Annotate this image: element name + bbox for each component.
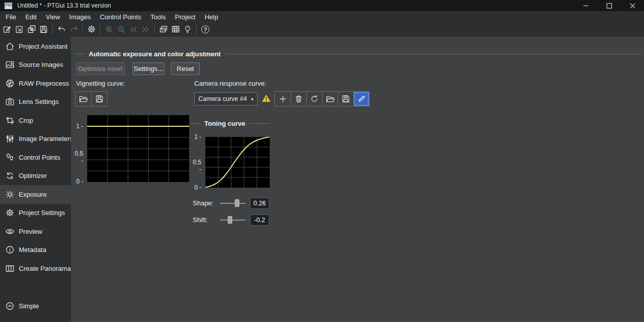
close-button[interactable]: [621, 0, 644, 11]
save-vignetting-curve-icon[interactable]: [91, 92, 107, 106]
apply-template-icon[interactable]: [25, 23, 38, 35]
open-vignetting-curve-icon[interactable]: [76, 92, 91, 106]
toolbar-separator: [82, 25, 83, 34]
undo-icon[interactable]: [55, 23, 67, 35]
sidebar-item-crop[interactable]: Crop: [0, 111, 71, 130]
aperture-icon: [4, 79, 16, 88]
menu-bar: File Edit View Images Control Points Too…: [0, 11, 644, 22]
sidebar-item-lens-settings[interactable]: Lens Settings: [0, 93, 71, 112]
sidebar-item-source-images[interactable]: Source Images: [0, 56, 71, 75]
sidebar-item-create-panorama[interactable]: Create Panorama: [0, 259, 71, 278]
warning-icon: [262, 94, 271, 104]
menu-tools[interactable]: Tools: [146, 12, 170, 22]
shift-value-input[interactable]: [250, 214, 269, 226]
section-title: Automatic exposure and color adjustment: [89, 50, 221, 58]
sidebar-item-exposure[interactable]: Exposure: [0, 185, 71, 204]
info-icon: [4, 245, 16, 255]
camera-curve-dropdown-value: Camera curve #4: [198, 95, 251, 102]
add-curve-icon[interactable]: [275, 92, 291, 106]
title-bar: Untitled * - PTGui 13.3 trial version: [0, 0, 644, 11]
menu-control-points[interactable]: Control Points: [95, 12, 146, 22]
minimize-button[interactable]: [574, 0, 597, 11]
toolbar-separator: [154, 25, 155, 34]
sidebar-item-raw-preprocess[interactable]: RAW Preprocess: [0, 74, 71, 93]
section-header-auto-exposure: Automatic exposure and color adjustment: [76, 50, 642, 58]
toning-curve-chart: [205, 137, 270, 188]
shift-slider-handle[interactable]: [228, 216, 232, 224]
sidebar-item-control-points[interactable]: Control Points: [0, 148, 71, 167]
menu-help[interactable]: Help: [200, 12, 223, 22]
settings-gear-icon[interactable]: [85, 23, 97, 35]
reset-curve-icon[interactable]: [306, 92, 322, 106]
shape-label: Shape:: [193, 199, 213, 207]
vignetting-ytick-0: 0: [72, 178, 83, 185]
shape-slider-track[interactable]: [220, 203, 245, 204]
zoom-out-icon: [115, 23, 127, 35]
shape-slider-handle[interactable]: [235, 199, 239, 207]
vignetting-button-group: [75, 91, 108, 106]
vignetting-ytick-05: 0.5: [72, 150, 83, 164]
sidebar-item-image-parameters[interactable]: Image Parameters: [0, 130, 71, 149]
open-project-icon[interactable]: [13, 23, 25, 35]
vignetting-curve-chart: [87, 115, 189, 182]
maximize-button[interactable]: [597, 0, 621, 11]
image-icon: [4, 60, 16, 69]
menu-edit[interactable]: Edit: [21, 12, 41, 22]
next-image-icon: [139, 23, 152, 35]
toning-ytick-05: 0.5: [190, 159, 201, 173]
shift-slider-track[interactable]: [220, 220, 245, 221]
settings-button[interactable]: Settings...: [132, 62, 164, 75]
sidebar-item-simple[interactable]: Simple: [0, 297, 71, 315]
show-lighting-icon[interactable]: [182, 23, 194, 35]
save-project-icon[interactable]: [38, 23, 50, 35]
toolbar-separator: [100, 25, 100, 34]
panorama-icon: [4, 264, 16, 273]
sun-icon: [4, 190, 16, 199]
map-pins-icon: [4, 153, 16, 162]
question-mark-glyph: ?: [201, 25, 209, 33]
toning-curve-title: Toning curve: [204, 120, 245, 127]
window-title: Untitled * - PTGui 13.3 trial version: [17, 2, 111, 9]
panorama-editor-icon[interactable]: [157, 23, 169, 35]
optimize-now-button: Optimize now!: [76, 62, 125, 75]
gear-icon: [4, 208, 16, 218]
menu-view[interactable]: View: [41, 12, 64, 22]
crop-icon: [4, 116, 16, 125]
open-curve-icon[interactable]: [322, 92, 338, 106]
help-icon[interactable]: ?: [199, 23, 211, 35]
sidebar: Project Assistant Source Images RAW Prep…: [0, 37, 71, 322]
shape-slider[interactable]: [220, 199, 245, 207]
sidebar-item-project-assistant[interactable]: Project Assistant: [0, 37, 71, 56]
detail-viewer-icon[interactable]: [169, 23, 182, 35]
new-project-icon[interactable]: [1, 23, 13, 35]
sidebar-item-metadata[interactable]: Metadata: [0, 241, 71, 260]
zoom-in-icon: [103, 23, 115, 35]
toolbar: ?: [0, 22, 644, 37]
edit-curve-icon[interactable]: [353, 92, 369, 106]
eye-icon: [4, 227, 16, 236]
home-icon: [4, 42, 16, 51]
chevron-up-circle-icon: [4, 301, 16, 311]
camera-curve-button-group: [274, 91, 370, 106]
sidebar-item-optimizer[interactable]: Optimizer: [0, 167, 71, 186]
camera-response-curve-label: Camera response curve:: [194, 80, 266, 87]
circular-arrows-icon: [4, 171, 16, 181]
reset-button[interactable]: Reset: [171, 62, 200, 75]
shift-slider[interactable]: [220, 216, 245, 224]
sidebar-item-project-settings[interactable]: Project Settings: [0, 204, 71, 223]
menu-project[interactable]: Project: [170, 12, 200, 22]
redo-icon: [67, 23, 80, 35]
chevron-down-icon: ▾: [251, 96, 254, 102]
menu-images[interactable]: Images: [64, 12, 95, 22]
camera-curve-dropdown[interactable]: Camera curve #4 ▾: [194, 92, 258, 105]
toning-ytick-0: 0: [190, 184, 201, 191]
menu-file[interactable]: File: [1, 12, 21, 22]
delete-curve-icon[interactable]: [291, 92, 306, 106]
save-curve-icon[interactable]: [338, 92, 353, 106]
shape-value-input[interactable]: [250, 198, 269, 209]
vignetting-curve-label: Vignetting curve:: [76, 80, 125, 87]
sidebar-item-preview[interactable]: Preview: [0, 222, 71, 241]
previous-image-icon: [127, 23, 139, 35]
section-header-toning-curve: Toning curve: [192, 120, 270, 127]
shift-label: Shift:: [193, 216, 208, 224]
